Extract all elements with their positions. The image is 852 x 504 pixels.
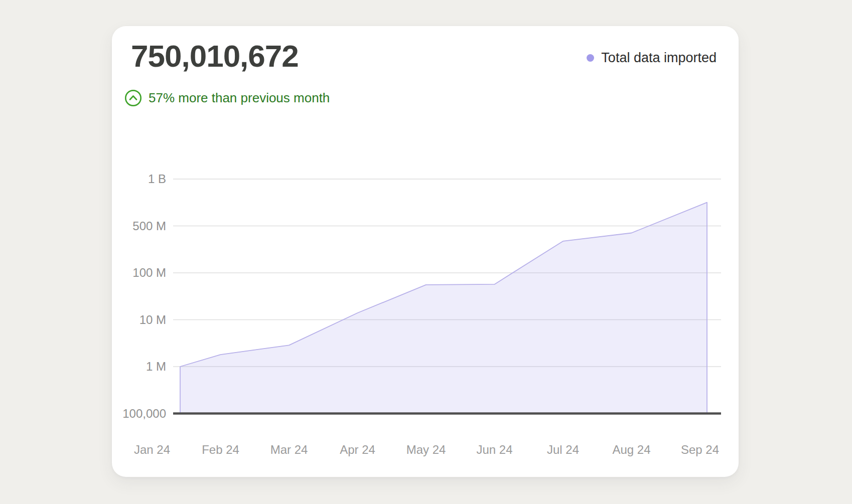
x-axis-label: Jun 24 <box>476 443 512 456</box>
x-axis-label: Jul 24 <box>547 443 579 456</box>
y-axis-label: 10 M <box>139 313 166 326</box>
y-axis-label: 1 B <box>148 172 166 186</box>
x-axis-label: Sep 24 <box>681 443 719 456</box>
x-axis-label: Jan 24 <box>134 443 170 456</box>
x-axis-label: Feb 24 <box>202 443 239 456</box>
area-series-total-data-imported <box>180 203 707 414</box>
x-axis-label: Mar 24 <box>270 443 308 456</box>
page-background: { "page": { "background_color": "#f0efeb… <box>0 0 852 504</box>
x-axis-label: Apr 24 <box>340 443 375 456</box>
x-axis-label: Aug 24 <box>612 443 650 456</box>
import-chart: 100,0001 M10 M100 M500 M1 BJan 24Feb 24M… <box>112 26 739 477</box>
metric-card: 750,010,672 57% more than previous month… <box>112 26 739 477</box>
x-axis-label: May 24 <box>406 443 446 456</box>
y-axis-label: 500 M <box>132 219 166 233</box>
y-axis-label: 1 M <box>146 360 166 373</box>
y-axis-label: 100,000 <box>122 407 166 420</box>
y-axis-label: 100 M <box>132 266 166 279</box>
